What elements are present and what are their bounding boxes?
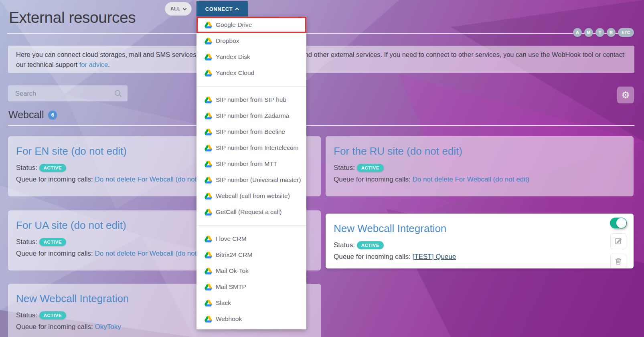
google-drive-icon	[205, 70, 212, 77]
dropdown-item-mail-ok-tok[interactable]: Mail Ok-Tok	[196, 263, 306, 279]
dropdown-item-google-drive[interactable]: Google Drive	[196, 17, 306, 33]
dropdown-item-sip-number-from-mtt[interactable]: SIP number from MTT	[196, 156, 306, 172]
dropdown-item-dropbox[interactable]: Dropbox	[196, 33, 306, 49]
queue-label: Queue for incoming calls:	[16, 250, 93, 257]
google-drive-icon	[205, 129, 212, 135]
dropdown-item-label: Mail Ok-Tok	[216, 267, 249, 274]
edit-button[interactable]	[610, 233, 626, 249]
header-divider	[7, 33, 634, 34]
google-drive-icon	[205, 268, 212, 274]
dropdown-item-label: Yandex Disk	[216, 53, 250, 61]
status-badge: ACTIVE	[39, 164, 66, 172]
dropdown-item-label: Bitrix24 CRM	[216, 251, 252, 258]
queue-link[interactable]: Do not delete For Webcall (do not edit)	[95, 250, 212, 257]
queue-label: Queue for incoming calls:	[16, 176, 93, 183]
dropdown-item-getcall-request-a-call[interactable]: GetCall (Request a call)	[196, 204, 306, 220]
dropdown-item-label: GetCall (Request a call)	[216, 208, 282, 216]
section-webcall: Webcall 6	[8, 109, 57, 121]
queue-link[interactable]: OkyToky	[95, 323, 121, 331]
external-resources-page: External resources ALL CONNECT A M T R E…	[0, 0, 644, 337]
dropdown-item-label: Webhook	[216, 315, 242, 323]
toggle-knob	[616, 218, 626, 228]
google-drive-icon	[205, 177, 212, 184]
badge-m[interactable]: M	[584, 28, 593, 37]
google-drive-icon	[205, 252, 212, 258]
info-text-suffix: .	[108, 61, 110, 68]
dropdown-item-label: SIP number (Universal master)	[216, 176, 301, 184]
chevron-down-icon	[182, 6, 186, 10]
dropdown-item-yandex-cloud[interactable]: Yandex Cloud	[196, 65, 306, 81]
dropdown-item-sip-number-from-zadarma[interactable]: SIP number from Zadarma	[196, 108, 306, 124]
for-advice-link[interactable]: for advice	[79, 61, 108, 68]
status-label: Status:	[334, 241, 355, 249]
chevron-up-icon	[235, 7, 239, 11]
connect-button[interactable]: CONNECT	[196, 1, 248, 16]
badge-a[interactable]: A	[573, 28, 582, 37]
settings-button[interactable]: ⚙	[617, 87, 634, 103]
queue-link[interactable]: [TEST] Queue	[413, 253, 456, 260]
queue-label: Queue for incoming calls:	[16, 323, 93, 331]
queue-label: Queue for incoming calls:	[334, 176, 411, 183]
dropdown-item-yandex-disk[interactable]: Yandex Disk	[196, 49, 306, 65]
dropdown-item-sip-number-from-intertelecom[interactable]: SIP number from Intertelecom	[196, 140, 306, 156]
google-drive-icon	[205, 161, 212, 167]
dropdown-item-sip-number-universal-master[interactable]: SIP number (Universal master)	[196, 172, 306, 188]
status-label: Status:	[16, 238, 37, 246]
status-label: Status:	[16, 164, 37, 172]
filter-all-label: ALL	[170, 6, 180, 12]
toggle-switch-on[interactable]	[610, 218, 627, 228]
dropdown-item-webcall-call-from-website[interactable]: Webcall (call from website)	[196, 188, 306, 204]
dropdown-item-label: Dropbox	[216, 37, 239, 44]
search-input[interactable]	[8, 85, 114, 101]
connect-dropdown: Google Drive Dropbox Yandex Disk	[196, 17, 306, 329]
dropdown-separator	[196, 86, 306, 87]
queue-link[interactable]: Do not delete For Webcall (do not edit)	[413, 176, 530, 183]
card-title: For the RU site (do not edit)	[334, 145, 626, 157]
dropdown-item-label: Google Drive	[216, 21, 252, 28]
dropdown-item-label: Yandex Cloud	[216, 69, 254, 77]
dropdown-item-mail-smtp[interactable]: Mail SMTP	[196, 279, 306, 295]
dropdown-item-i-love-crm[interactable]: I love CRM	[196, 231, 306, 247]
dropdown-item-label: SIP number from Zadarma	[216, 112, 289, 119]
dropdown-item-bitrix24-crm[interactable]: Bitrix24 CRM	[196, 247, 306, 263]
badge-etc[interactable]: ETC	[618, 28, 634, 37]
google-drive-icon	[205, 193, 212, 200]
card-for-ru-site[interactable]: For the RU site (do not edit) Status: AC…	[326, 136, 634, 196]
dropdown-item-sip-number-from-beeline[interactable]: SIP number from Beeline	[196, 124, 306, 140]
status-label: Status:	[16, 311, 37, 319]
delete-button[interactable]	[610, 254, 626, 268]
status-badge: ACTIVE	[39, 311, 66, 319]
dropdown-item-webhook[interactable]: Webhook	[196, 311, 306, 327]
status-badge: ACTIVE	[357, 241, 384, 249]
dropdown-item-sip-number-from-sip-hub[interactable]: SIP number from SIP hub	[196, 92, 306, 108]
google-drive-icon	[205, 38, 212, 44]
filter-all-button[interactable]: ALL	[165, 2, 192, 16]
google-drive-icon	[205, 97, 212, 103]
connect-label: CONNECT	[205, 6, 233, 12]
search-box	[8, 85, 128, 101]
dropdown-item-label: Webcall (call from website)	[216, 192, 290, 200]
google-drive-icon	[205, 316, 212, 323]
google-drive-icon	[205, 209, 212, 216]
badge-t[interactable]: T	[595, 28, 604, 37]
dropdown-item-slack[interactable]: Slack	[196, 295, 306, 311]
status-badge: ACTIVE	[357, 164, 384, 172]
dropdown-item-label: SIP number from Beeline	[216, 128, 285, 135]
dropdown-separator	[196, 225, 306, 226]
google-drive-icon	[205, 300, 212, 307]
dropdown-item-label: SIP number from MTT	[216, 160, 277, 167]
badge-r[interactable]: R	[607, 28, 616, 37]
dropdown-item-label: Mail SMTP	[216, 283, 246, 291]
trash-icon	[615, 258, 622, 266]
status-badge: ACTIVE	[39, 238, 66, 246]
dropdown-item-label: SIP number from SIP hub	[216, 96, 286, 103]
queue-link[interactable]: Do not delete For Webcall (do not edit)	[95, 176, 212, 183]
google-drive-icon	[205, 113, 212, 119]
page-title: External resources	[9, 9, 136, 26]
card-new-webcall-integration-right[interactable]: New Webcall Integration Status: ACTIVE Q…	[326, 214, 634, 268]
google-drive-icon	[205, 284, 212, 291]
search-icon	[114, 90, 122, 97]
queue-label: Queue for incoming calls:	[334, 253, 411, 260]
section-title: Webcall	[8, 109, 44, 121]
section-count-badge: 6	[48, 111, 57, 119]
